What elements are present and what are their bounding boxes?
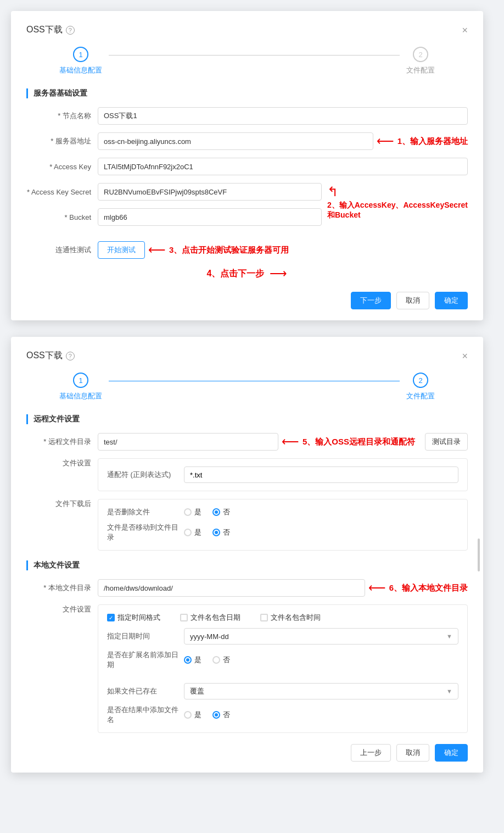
if-exists-label: 如果文件已存在 [107, 686, 184, 696]
help-icon-1[interactable]: ? [66, 26, 75, 35]
file-settings-box: 通配符 (正则表达式) [98, 458, 468, 491]
annotation-5: 5、输入OSS远程目录和通配符 [303, 437, 415, 447]
delete-no-circle [212, 508, 220, 516]
access-key-label: * Access Key [26, 163, 98, 171]
access-secret-input[interactable] [98, 183, 322, 201]
delete-file-label: 是否删除文件 [107, 507, 184, 517]
add-date-yes[interactable]: 是 [184, 655, 201, 665]
next-button[interactable]: 下一步 [351, 292, 391, 309]
move-file-label: 文件是否移动到文件目录 [107, 523, 184, 542]
step-line-1 [109, 55, 400, 55]
delete-no-option[interactable]: 否 [212, 507, 230, 517]
local-section-title: 本地文件设置 [26, 560, 468, 570]
time-format-box: ✓ [107, 614, 115, 621]
server-input[interactable] [98, 132, 373, 150]
server-row: * 服务器地址 ⟵ 1、输入服务器地址 [26, 132, 468, 150]
arrow-icon-3: ⟵ [148, 243, 166, 257]
remote-section-title: 远程文件设置 [26, 414, 468, 424]
arrow-icon-6: ⟵ [368, 581, 386, 595]
date-in-name-checkbox[interactable]: 文件名包含日期 [180, 613, 240, 623]
delete-yes-circle [184, 508, 192, 516]
annotation-6: 6、输入本地文件目录 [389, 583, 468, 593]
add-date-no-circle [212, 656, 220, 664]
dialog-2-header: OSS下载 ? × [26, 350, 468, 362]
start-test-button[interactable]: 开始测试 [98, 241, 145, 259]
add-date-label: 是否在扩展名前添加日期 [107, 650, 184, 670]
time-format-checkbox[interactable]: ✓ 指定时间格式 [107, 613, 160, 623]
test-dir-button[interactable]: 测试目录 [425, 433, 468, 451]
date-time-select[interactable]: yyyy-MM-dd ▼ [184, 628, 458, 645]
step-2-circle: 2 [413, 47, 428, 62]
if-exists-row: 如果文件已存在 覆盖 ▼ [107, 683, 458, 699]
connectivity-row: 连通性测试 开始测试 ⟵ 3、点击开始测试验证服务器可用 [26, 241, 468, 259]
confirm-button-1[interactable]: 确定 [435, 292, 468, 309]
dialog-2: OSS下载 ? × 1 基础信息配置 2 文件配置 远程文件设置 * 远程文件目… [11, 337, 483, 773]
local-dir-input[interactable] [98, 579, 365, 597]
server-label: * 服务器地址 [26, 136, 98, 146]
annotation-2: 2、输入AccessKey、AccessKeySecret [327, 201, 468, 210]
add-filename-no-circle [212, 711, 220, 719]
confirm-button-2[interactable]: 确定 [435, 744, 468, 762]
date-time-label: 指定日期时间 [107, 631, 184, 641]
select-arrow-1: ▼ [446, 633, 452, 640]
node-name-label: * 节点名称 [26, 111, 98, 121]
cancel-button-1[interactable]: 取消 [396, 292, 429, 309]
remote-dir-row: * 远程文件目录 ⟵ 5、输入OSS远程目录和通配符 测试目录 [26, 433, 468, 451]
bucket-input[interactable] [98, 208, 322, 226]
prev-button[interactable]: 上一步 [351, 744, 391, 762]
cancel-button-2[interactable]: 取消 [396, 744, 429, 762]
step2-line [109, 381, 400, 381]
after-download-label: 文件下载后 [26, 499, 98, 509]
file-settings-label: 文件设置 [26, 458, 98, 468]
time-in-name-checkbox[interactable]: 文件名包含时间 [260, 613, 321, 623]
add-filename-no[interactable]: 否 [212, 710, 230, 720]
title-text: OSS下载 [26, 24, 63, 36]
delete-yes-option[interactable]: 是 [184, 507, 201, 517]
date-in-name-box [180, 614, 188, 621]
move-no-option[interactable]: 否 [212, 527, 230, 537]
access-secret-label: * Access Key Secret [26, 188, 98, 196]
help-icon-2[interactable]: ? [66, 352, 75, 360]
step2-1-item: 1 基础信息配置 [59, 373, 102, 401]
after-download-row: 文件下载后 是否删除文件 是 否 文 [26, 499, 468, 551]
date-time-row: 指定日期时间 yyyy-MM-dd ▼ [107, 628, 458, 645]
close-button-1[interactable]: × [462, 25, 468, 35]
add-date-no[interactable]: 否 [212, 655, 230, 665]
annotation-3: 3、点击开始测试验证服务器可用 [169, 245, 289, 256]
step2-2-item: 2 文件配置 [406, 373, 435, 401]
dialog-1: OSS下载 ? × 1 基础信息配置 2 文件配置 服务器基础设置 * 节点名称… [11, 11, 483, 320]
connectivity-label: 连通性测试 [26, 245, 98, 255]
move-yes-option[interactable]: 是 [184, 527, 201, 537]
close-button-2[interactable]: × [462, 351, 468, 361]
add-date-yes-circle [184, 656, 192, 664]
remote-dir-label: * 远程文件目录 [26, 437, 98, 447]
select-arrow-2: ▼ [446, 688, 452, 695]
annotation-2b: 和Bucket [327, 210, 361, 220]
access-key-input[interactable] [98, 158, 468, 175]
local-file-settings-label: 文件设置 [26, 604, 98, 614]
step-2-item: 2 文件配置 [406, 47, 435, 75]
steps-2: 1 基础信息配置 2 文件配置 [26, 373, 468, 401]
add-filename-row: 是否在结果中添加文件名 是 否 [107, 705, 458, 725]
move-no-dot [215, 531, 218, 534]
add-filename-label: 是否在结果中添加文件名 [107, 705, 184, 725]
wildcard-input[interactable] [184, 467, 458, 483]
add-filename-yes[interactable]: 是 [184, 710, 201, 720]
dialog-2-footer: 上一步 取消 确定 [26, 744, 468, 762]
node-name-input[interactable] [98, 107, 468, 125]
checkbox-row: ✓ 指定时间格式 文件名包含日期 文件名包含时间 [107, 613, 458, 623]
annotation-1: 1、输入服务器地址 [397, 136, 468, 147]
title-text-2: OSS下载 [26, 350, 63, 362]
step-1-circle: 1 [73, 47, 88, 62]
after-download-box: 是否删除文件 是 否 文件是否移动到文件目录 [98, 499, 468, 551]
local-dir-row: * 本地文件目录 ⟵ 6、输入本地文件目录 [26, 579, 468, 597]
local-dir-label: * 本地文件目录 [26, 583, 98, 593]
steps-1: 1 基础信息配置 2 文件配置 [26, 47, 468, 75]
add-filename-no-dot [215, 713, 218, 717]
step-2-label: 文件配置 [406, 65, 435, 75]
move-radio-group: 是 否 [184, 527, 230, 537]
remote-dir-input[interactable] [98, 433, 278, 451]
if-exists-select[interactable]: 覆盖 ▼ [184, 683, 458, 699]
scrollbar[interactable] [478, 538, 480, 571]
step2-1-circle: 1 [73, 373, 88, 388]
